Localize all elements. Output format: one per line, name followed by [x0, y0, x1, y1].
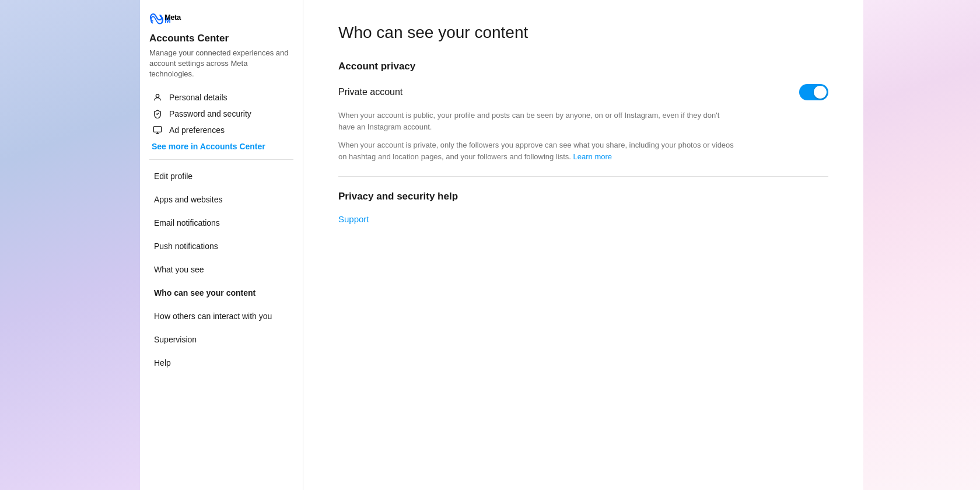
sidebar-nav: Edit profile Apps and websites Email not…	[149, 164, 293, 374]
meta-wordmark-icon: Meta	[149, 12, 191, 23]
privacy-security-help-section: Privacy and security help Support	[338, 191, 828, 225]
left-background	[0, 0, 140, 490]
sidebar-item-how-others-interact[interactable]: How others can interact with you	[149, 304, 293, 328]
private-account-description-2-text: When your account is private, only the f…	[338, 141, 734, 161]
sidebar-item-password-security[interactable]: Password and security	[149, 106, 293, 122]
account-privacy-title: Account privacy	[338, 61, 828, 72]
sidebar-item-supervision[interactable]: Supervision	[149, 328, 293, 351]
sidebar-item-help[interactable]: Help	[149, 351, 293, 374]
sidebar-divider	[149, 159, 293, 160]
sidebar-item-what-you-see[interactable]: What you see	[149, 258, 293, 281]
support-link[interactable]: Support	[338, 214, 369, 224]
svg-point-2	[156, 94, 159, 97]
main-content: Who can see your content Account privacy…	[303, 0, 863, 490]
shield-icon	[152, 109, 163, 118]
toggle-thumb	[814, 86, 827, 99]
see-more-accounts-center-link[interactable]: See more in Accounts Center	[149, 138, 293, 155]
ad-preferences-label: Ad preferences	[169, 125, 225, 135]
private-account-description-2: When your account is private, only the f…	[338, 139, 735, 162]
password-security-label: Password and security	[169, 109, 251, 118]
right-background	[863, 0, 980, 490]
sidebar: Meta Meta Accounts Center Manage your co…	[140, 0, 303, 490]
private-account-description-1: When your account is public, your profil…	[338, 110, 735, 132]
private-account-label: Private account	[338, 87, 402, 97]
toggle-track	[799, 84, 828, 100]
person-icon	[152, 93, 163, 102]
learn-more-link[interactable]: Learn more	[573, 152, 612, 161]
privacy-security-help-title: Privacy and security help	[338, 191, 828, 202]
private-account-toggle[interactable]	[799, 84, 828, 100]
meta-logo-area: Meta	[149, 12, 293, 23]
display-icon	[152, 125, 163, 135]
sidebar-item-email-notifications[interactable]: Email notifications	[149, 211, 293, 235]
svg-rect-3	[153, 127, 161, 132]
accounts-center-section: Accounts Center Manage your connected ex…	[149, 33, 293, 155]
sidebar-item-ad-preferences[interactable]: Ad preferences	[149, 122, 293, 138]
sidebar-item-edit-profile[interactable]: Edit profile	[149, 164, 293, 188]
sidebar-item-push-notifications[interactable]: Push notifications	[149, 235, 293, 258]
private-account-row: Private account	[338, 84, 828, 100]
account-privacy-section: Account privacy Private account When you…	[338, 61, 828, 162]
accounts-center-subtitle: Manage your connected experiences and ac…	[149, 48, 293, 80]
personal-details-label: Personal details	[169, 93, 228, 102]
sidebar-item-who-can-see-content[interactable]: Who can see your content	[149, 281, 293, 304]
sidebar-item-personal-details[interactable]: Personal details	[149, 89, 293, 106]
page-title: Who can see your content	[338, 23, 828, 42]
svg-text:Meta: Meta	[164, 13, 181, 22]
sidebar-item-apps-websites[interactable]: Apps and websites	[149, 188, 293, 211]
section-divider	[338, 176, 828, 177]
accounts-center-title: Accounts Center	[149, 33, 293, 44]
